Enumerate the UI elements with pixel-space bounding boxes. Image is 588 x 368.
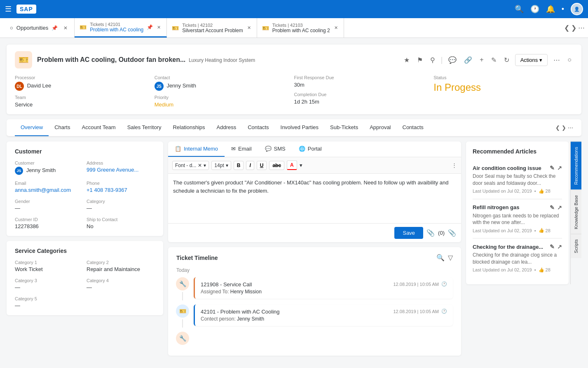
ticket-icon-box: 🎫 xyxy=(15,51,32,68)
refresh-button[interactable]: ↻ xyxy=(502,54,511,66)
timeline-content-2: 42101 - Problem with AC Cooling Contect … xyxy=(194,304,453,326)
side-tab-recommendations[interactable]: Recommendations xyxy=(571,142,581,190)
side-tab-knowledge-base[interactable]: Knowledge Base xyxy=(571,190,581,234)
tab-1-close[interactable]: ✕ xyxy=(156,24,162,31)
editor-more-icon[interactable]: ⋮ xyxy=(452,162,457,168)
nav-tab-sales-territory[interactable]: Sales Territory xyxy=(122,119,167,136)
email-value[interactable]: anna.smith@gmail.com xyxy=(15,187,83,193)
tab-more-icon[interactable]: ⋯ xyxy=(578,24,585,32)
font-selector[interactable]: Font - d... ✕ ▾ xyxy=(172,161,209,170)
hamburger-icon[interactable]: ☰ xyxy=(5,5,12,14)
timeline-line-2 xyxy=(182,319,183,328)
cat2-value: Repair and Maintaince xyxy=(87,266,155,272)
phone-value[interactable]: +1 408 783-9367 xyxy=(87,187,155,193)
nav-tab-sub-tickets[interactable]: Sub-Tickets xyxy=(324,119,364,136)
attach-button[interactable]: 📎 xyxy=(448,229,456,237)
article-2-edit-icon[interactable]: ✎ xyxy=(550,204,555,211)
tab-3-close[interactable]: ✕ xyxy=(333,24,339,31)
color-chevron-icon[interactable]: ▾ xyxy=(300,162,302,168)
timeline-search-icon[interactable]: 🔍 xyxy=(436,254,445,262)
nav-tab-overview[interactable]: Overview xyxy=(15,119,49,136)
tab-3[interactable]: 🎫 Tickets | 42103 Problem with AC coolin… xyxy=(257,18,344,38)
tab-prev-arrow[interactable]: ❮ xyxy=(564,24,569,32)
gender-field: Gender — xyxy=(15,199,83,211)
bold-button[interactable]: B xyxy=(234,161,244,170)
gender-value: — xyxy=(15,205,83,211)
side-tab-scripts[interactable]: Scripts xyxy=(571,234,581,258)
tab-2[interactable]: 🎫 Tickets | 42102 Silverstart Account Pr… xyxy=(167,18,257,38)
edit-button[interactable]: ✎ xyxy=(490,54,498,66)
font-label: Font - d... xyxy=(175,163,196,168)
article-1: Air condition cooling issue ✎ ↗ Door Sea… xyxy=(473,160,562,199)
nav-tab-account-team[interactable]: Account Team xyxy=(76,119,121,136)
nav-tab-approval[interactable]: Approval xyxy=(364,119,396,136)
nav-tab-charts[interactable]: Charts xyxy=(49,119,76,136)
tab-1[interactable]: 🎫 Tickets | 42101 Problem with AC coolin… xyxy=(75,18,167,38)
ticket-header-top: 🎫 Problem with AC cooling, Outdoor fan b… xyxy=(15,51,573,68)
search-icon[interactable]: 🔍 xyxy=(515,5,524,14)
tab-2-close[interactable]: ✕ xyxy=(246,24,252,31)
tab-2-title: Silverstart Account Problem xyxy=(182,28,243,33)
nav-prev-arrow[interactable]: ❮ xyxy=(555,125,560,131)
tab-3-subtitle: Tickets | 42103 xyxy=(272,23,330,28)
recommended-articles-card: Recommended Articles Air condition cooli… xyxy=(466,142,569,284)
strikethrough-button[interactable]: abc xyxy=(269,161,284,170)
more-options-button[interactable]: ⋯ xyxy=(552,54,562,66)
bell-icon[interactable]: 🔔 xyxy=(546,5,555,14)
comm-tab-email[interactable]: ✉ Email xyxy=(225,142,258,157)
tab-next-arrow[interactable]: ❯ xyxy=(571,24,576,32)
color-button[interactable]: A xyxy=(287,160,297,170)
italic-button[interactable]: I xyxy=(246,161,254,170)
nav-tab-involved-parties[interactable]: Involved Parties xyxy=(275,119,325,136)
nav-tab-relationships[interactable]: Relationships xyxy=(167,119,211,136)
circle-icon-button[interactable]: ○ xyxy=(566,54,573,65)
article-3-edit-icon[interactable]: ✎ xyxy=(550,243,555,250)
timeline-filter-icon[interactable]: ▽ xyxy=(448,254,453,262)
comm-tab-portal[interactable]: 🌐 Portal xyxy=(292,142,328,157)
save-button[interactable]: Save xyxy=(394,227,423,239)
cat4-label: Category 4 xyxy=(87,278,155,283)
tab-opportunities[interactable]: ○ Opportunities 📌 ✕ xyxy=(3,18,75,38)
avatar[interactable]: 👤 xyxy=(571,3,583,15)
article-1-share-icon[interactable]: ↗ xyxy=(557,165,562,171)
article-2-likes: 👍 28 xyxy=(539,228,551,233)
actions-button[interactable]: Actions ▾ xyxy=(515,54,548,66)
font-size-chevron-icon[interactable]: ▾ xyxy=(226,163,228,168)
font-clear-icon[interactable]: ✕ xyxy=(198,163,202,168)
comm-tab-sms[interactable]: 💬 SMS xyxy=(258,142,292,157)
article-3-share-icon[interactable]: ↗ xyxy=(557,243,562,250)
memo-label: Internal Memo xyxy=(184,146,218,152)
attach-icon[interactable]: 📎 xyxy=(426,229,435,237)
add-button[interactable]: + xyxy=(478,54,485,65)
address-value[interactable]: 999 Greene Avenue... xyxy=(87,167,155,173)
comm-tab-internal-memo[interactable]: 📋 Internal Memo xyxy=(168,142,225,157)
editor-body[interactable]: The customer's given product "Air Condit… xyxy=(168,174,461,223)
ticket-meta: Processor DL David Lee Team Service Cont… xyxy=(15,75,573,108)
link-button[interactable]: 🔗 xyxy=(462,54,474,66)
article-3-title-row: Checking for the drainage... ✎ ↗ xyxy=(473,243,562,250)
underline-button[interactable]: U xyxy=(257,161,267,170)
timeline-icon-1: 🔧 xyxy=(176,277,189,290)
font-chevron-icon[interactable]: ▾ xyxy=(204,163,206,168)
tab-1-subtitle: Tickets | 42101 xyxy=(90,22,143,27)
close-icon[interactable]: ✕ xyxy=(63,25,68,31)
comment-button[interactable]: 💬 xyxy=(447,54,458,66)
nav-tab-contacts-2[interactable]: Contacts xyxy=(397,119,429,136)
history-icon[interactable]: 🕐 xyxy=(530,5,539,14)
nav-next-arrow[interactable]: ❯ xyxy=(562,125,566,131)
ticket-header-actions: ★ ⚑ ⚲ | 💬 🔗 + ✎ ↻ Actions ▾ ⋯ ○ xyxy=(402,54,573,66)
first-response-value: 30m xyxy=(294,82,434,88)
pin-tab-icon[interactable]: 📌 xyxy=(147,24,153,30)
cat1-value: Work Ticket xyxy=(15,266,83,272)
flag-button[interactable]: ⚑ xyxy=(415,54,424,66)
nav-more-icon[interactable]: ⋯ xyxy=(568,125,573,131)
article-2-share-icon[interactable]: ↗ xyxy=(557,204,562,211)
star-button[interactable]: ★ xyxy=(402,54,411,66)
article-1-title-text: Air condition cooling issue xyxy=(473,165,541,171)
font-size-selector[interactable]: 14pt ▾ xyxy=(211,161,231,170)
nav-tab-contacts[interactable]: Contacts xyxy=(242,119,274,136)
nav-tab-address[interactable]: Address xyxy=(211,119,242,136)
article-1-edit-icon[interactable]: ✎ xyxy=(550,165,555,171)
timeline-dot-col-1: 🔧 xyxy=(176,277,189,300)
feed-button[interactable]: ⚲ xyxy=(429,54,437,66)
